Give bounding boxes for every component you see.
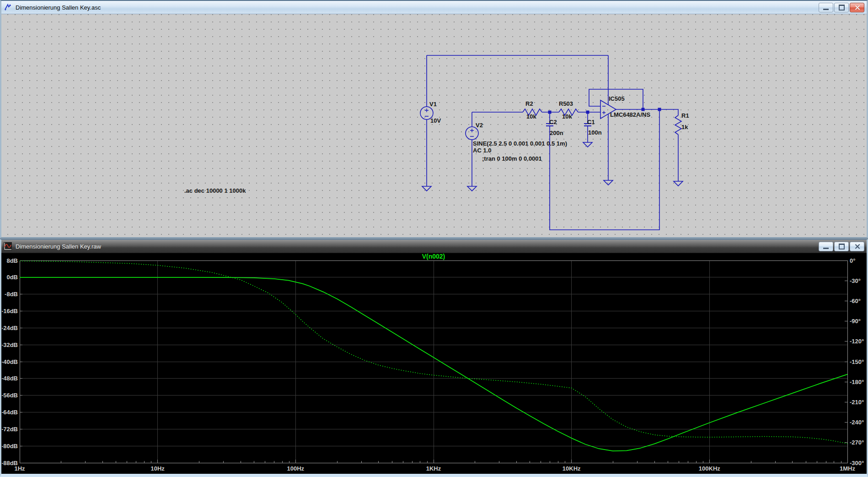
freq-tick-label: 10KHz — [563, 465, 581, 472]
schematic-window-controls — [818, 3, 864, 12]
close-icon — [854, 244, 860, 249]
phase-tick-label: -210° — [850, 399, 864, 406]
phase-tick-label: -60° — [850, 298, 861, 304]
label-c1-name[interactable]: C1 — [587, 119, 595, 125]
minimize-icon — [823, 9, 829, 10]
freq-tick-label: 10Hz — [150, 465, 165, 472]
label-opamp-model[interactable]: LMC6482A/NS — [610, 112, 650, 118]
db-tick-label: -80dB — [2, 443, 18, 450]
schematic-window: Dimensionierung Sallen Key.asc — [0, 0, 868, 238]
ltspice-desktop: { "schematic_window": { "title": "Dimens… — [0, 0, 868, 477]
restore-icon — [839, 5, 845, 11]
phase-tick-label: -90° — [850, 318, 861, 325]
schematic-canvas[interactable]: V1 10V V2 SINE(2.5 2.5 0 0.001 0.001 0.5… — [1, 14, 867, 237]
freq-tick-label: 1Hz — [14, 465, 25, 472]
waveform-window-title: Dimensionierung Sallen Key.raw — [16, 243, 818, 250]
bode-plot: 8dB0dB-8dB-16dB-24dB-32dB-40dB-48dB-56dB… — [2, 253, 866, 474]
label-c1-value[interactable]: 100n — [588, 130, 602, 136]
db-tick-label: -72dB — [2, 426, 18, 433]
label-v2-name[interactable]: V2 — [476, 122, 483, 129]
phase-tick-label: -30° — [850, 277, 861, 284]
label-r503-value[interactable]: 10k — [562, 114, 572, 120]
label-v2-ac[interactable]: AC 1.0 — [473, 147, 491, 154]
minimize-button[interactable] — [819, 3, 833, 12]
phase-tick-label: 0° — [850, 257, 855, 264]
db-tick-label: 8dB — [6, 257, 18, 264]
ground-symbol-c1[interactable] — [583, 142, 592, 147]
label-v1-name[interactable]: V1 — [429, 101, 437, 108]
voltage-source-v2[interactable] — [466, 127, 478, 140]
ground-symbol-r1[interactable] — [674, 181, 683, 186]
ground-symbol-opamp[interactable] — [604, 180, 613, 185]
label-c2-value[interactable]: 200n — [550, 130, 563, 136]
label-c2-name[interactable]: C2 — [549, 119, 557, 125]
minimize-button[interactable] — [819, 242, 833, 251]
waveform-window-controls — [818, 242, 864, 251]
freq-tick-label: 100Hz — [287, 465, 305, 472]
restore-button[interactable] — [834, 242, 849, 251]
restore-button[interactable] — [834, 3, 849, 12]
minimize-icon — [823, 248, 829, 249]
phase-tick-label: -150° — [850, 358, 864, 365]
phase-tick-label: -270° — [850, 439, 864, 446]
schematic-drawing — [4, 15, 865, 237]
label-tran-directive[interactable]: ;tran 0 100m 0 0.0001 — [482, 156, 542, 162]
db-tick-label: -8dB — [5, 291, 18, 298]
freq-tick-label: 100KHz — [699, 465, 720, 472]
label-r1-name[interactable]: R1 — [681, 113, 689, 119]
close-button[interactable] — [850, 242, 864, 251]
waveform-window: Dimensionierung Sallen Key.raw 8dB0dB-8d… — [0, 239, 868, 477]
freq-tick-label: 1KHz — [426, 465, 441, 472]
phase-tick-label: -300° — [850, 460, 864, 466]
phase-tick-label: -240° — [850, 419, 864, 426]
db-tick-label: -64dB — [2, 409, 18, 416]
db-tick-label: -24dB — [2, 325, 18, 331]
label-opamp-name[interactable]: IC505 — [609, 96, 625, 102]
label-ac-directive[interactable]: .ac dec 10000 1 1000k — [184, 188, 246, 194]
label-r503-name[interactable]: R503 — [559, 101, 573, 107]
close-button[interactable] — [850, 3, 864, 12]
schematic-window-title: Dimensionierung Sallen Key.asc — [16, 4, 818, 11]
phase-tick-label: -120° — [850, 338, 864, 345]
close-icon — [854, 5, 860, 11]
label-v1-value[interactable]: 10V — [430, 118, 441, 124]
ground-symbol-v2[interactable] — [467, 186, 477, 191]
wire-feedback-cap-loop[interactable] — [550, 109, 659, 230]
waveform-icon[interactable] — [4, 242, 12, 250]
waveform-titlebar[interactable]: Dimensionierung Sallen Key.raw — [1, 240, 867, 253]
label-r2-value[interactable]: 10k — [526, 114, 536, 120]
db-tick-label: -56dB — [2, 392, 18, 399]
label-r1-value[interactable]: 1k — [681, 124, 688, 130]
db-tick-label: -40dB — [2, 358, 18, 365]
wire-supply-rail[interactable] — [427, 55, 608, 107]
ltspice-schematic-icon[interactable] — [4, 3, 12, 11]
db-tick-label: -48dB — [2, 375, 18, 382]
db-tick-label: 0dB — [6, 274, 18, 281]
ground-symbol-v1[interactable] — [422, 186, 431, 191]
db-tick-label: -32dB — [2, 341, 18, 348]
label-r2-name[interactable]: R2 — [525, 101, 533, 107]
restore-icon — [839, 244, 845, 249]
trace-title[interactable]: V(n002) — [422, 253, 445, 260]
resistor-r1[interactable] — [675, 115, 681, 135]
bode-plot-area[interactable]: 8dB0dB-8dB-16dB-24dB-32dB-40dB-48dB-56dB… — [2, 253, 866, 474]
schematic-titlebar[interactable]: Dimensionierung Sallen Key.asc — [1, 1, 867, 14]
db-tick-label: -16dB — [2, 308, 18, 314]
label-v2-sine[interactable]: SINE(2.5 2.5 0 0.001 0.001 0.5 1m) — [473, 141, 567, 147]
phase-tick-label: -180° — [850, 379, 864, 385]
